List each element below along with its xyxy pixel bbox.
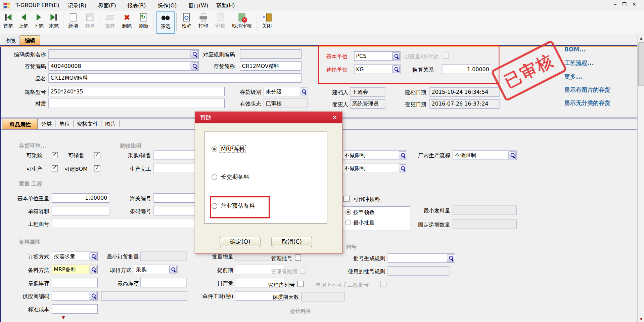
menu-help[interactable]: 帮助(H): [216, 2, 235, 9]
bomable-checkbox[interactable]: [94, 165, 100, 171]
item-short-input[interactable]: CR12MOV精料: [240, 61, 301, 71]
lookup-icon[interactable]: [191, 62, 198, 70]
lookup-icon[interactable]: [169, 266, 177, 273]
prev-record-button[interactable]: 上笔: [16, 11, 31, 33]
menu-app[interactable]: T-GROUP ERP(E): [15, 2, 59, 8]
dialog-ok-button[interactable]: 确定(Q): [220, 237, 260, 247]
link-show-unclassified[interactable]: 显示无分类的存货: [564, 99, 610, 107]
scroll-down-icon[interactable]: ▼: [638, 316, 644, 322]
option-long-lead-radio[interactable]: [212, 174, 217, 180]
lookup-icon[interactable]: [508, 151, 516, 159]
restrict-combo-2[interactable]: 不做限制: [342, 164, 407, 173]
link-show-with-images[interactable]: 显示有图片的存货: [564, 86, 610, 94]
vertical-scrollbar[interactable]: ▲ ▼: [637, 35, 644, 322]
close-form-button[interactable]: 关闭: [259, 11, 275, 33]
lookup-icon[interactable]: [392, 65, 400, 73]
level-combo[interactable]: 未分级: [264, 87, 308, 96]
product-name-input[interactable]: CR12MOV精料: [48, 73, 301, 83]
new-button[interactable]: 新增: [65, 11, 81, 33]
subtab-item-attributes[interactable]: 料品属性: [2, 119, 38, 130]
link-bom[interactable]: BOM...: [564, 46, 586, 53]
subtab-category[interactable]: 分类: [39, 119, 54, 129]
conversion-input[interactable]: 1.00000: [442, 65, 491, 74]
lookup-icon[interactable]: [392, 52, 400, 60]
trade-unit-combo[interactable]: KG: [354, 65, 400, 74]
box-volume-input[interactable]: [52, 206, 109, 215]
base-unit-combo[interactable]: PCS: [354, 51, 400, 61]
sellable-checkbox[interactable]: [94, 152, 100, 158]
menu-action[interactable]: 操作(O): [158, 2, 177, 9]
filter-button[interactable]: 筛选: [156, 11, 175, 34]
lookup-icon[interactable]: [300, 88, 307, 95]
erp-window: T-GROUP ERP(E) 记录(R) 界面(F) 报表(R) 操作(O) 窗…: [0, 0, 644, 322]
subtab-unit[interactable]: 单位: [57, 119, 72, 129]
first-record-button[interactable]: 首笔: [1, 11, 15, 33]
subtab-qualification[interactable]: 资格文件: [75, 119, 100, 129]
lookup-icon[interactable]: [399, 164, 406, 172]
backflush-checkbox[interactable]: [343, 196, 350, 202]
order-mode-combo[interactable]: 按需求量: [52, 252, 98, 261]
min-batch-radio[interactable]: [346, 219, 351, 225]
rule-code-input[interactable]: [240, 49, 301, 59]
supplier-code-combo[interactable]: [52, 291, 98, 300]
option-mrp-radio[interactable]: [212, 146, 217, 152]
menu-record[interactable]: 记录(R): [68, 2, 86, 9]
scrollbar-thumb[interactable]: [638, 42, 644, 86]
lookup-icon[interactable]: [447, 254, 454, 262]
batch-rule-combo[interactable]: [388, 253, 455, 263]
minimize-button[interactable]: –: [611, 1, 619, 8]
link-more[interactable]: 更多...: [564, 73, 583, 81]
restrict-combo-1[interactable]: 不做限制: [342, 151, 407, 160]
bomable-label: 可建BOM: [64, 165, 88, 173]
lookup-icon[interactable]: [90, 252, 97, 260]
material-input[interactable]: [48, 99, 225, 108]
drawing-no-input[interactable]: [52, 219, 199, 228]
tab-edit[interactable]: 编辑: [20, 35, 40, 46]
manage-batch-checkbox[interactable]: [295, 254, 301, 260]
dropdown-arrow-icon[interactable]: ▼: [61, 315, 65, 320]
next-record-button[interactable]: 下笔: [31, 11, 46, 33]
last-record-button[interactable]: 末笔: [46, 11, 61, 33]
tab-browse[interactable]: 浏览: [2, 36, 20, 46]
lookup-icon[interactable]: [191, 50, 198, 58]
lookup-icon[interactable]: [90, 292, 97, 299]
scroll-up-icon[interactable]: ▲: [638, 35, 644, 42]
menu-report[interactable]: 报表(R): [127, 2, 146, 9]
producible-checkbox[interactable]: [52, 165, 58, 171]
max-stock-input[interactable]: [140, 278, 186, 287]
option-long-lead-label[interactable]: 长交期备料: [221, 173, 249, 181]
min-stock-input[interactable]: [52, 278, 98, 287]
print-button[interactable]: 打印: [195, 11, 211, 33]
close-button[interactable]: ✕: [631, 1, 638, 8]
purchasable-checkbox[interactable]: [52, 152, 58, 158]
help-dialog-titlebar[interactable]: 帮助: [195, 112, 342, 123]
preview-button[interactable]: 预览: [179, 11, 194, 33]
link-process-flow[interactable]: 工艺流程...: [564, 59, 594, 67]
acquire-mode-combo[interactable]: 采购: [134, 265, 178, 274]
min-stock-label: 最低库存: [21, 280, 49, 287]
refresh-button[interactable]: ↻ 刷新: [136, 11, 151, 33]
delete-button[interactable]: ✖ 删除: [119, 11, 135, 33]
code-type-input[interactable]: [48, 49, 199, 59]
spec-input[interactable]: 250*240*35: [48, 87, 225, 96]
manage-serial-checkbox[interactable]: [297, 281, 304, 287]
conversion-label: 换算关系: [412, 66, 434, 74]
menu-view[interactable]: 界面(F): [98, 2, 116, 9]
dialog-cancel-button[interactable]: 取消(C): [272, 237, 312, 247]
cancel-audit-button[interactable]: ✕ 取消审核: [229, 11, 255, 33]
preview-icon: [179, 11, 194, 23]
by-request-radio[interactable]: [346, 209, 351, 215]
subtab-image[interactable]: 图片: [103, 119, 118, 129]
section-serial: 列号: [346, 243, 357, 251]
std-cost-input[interactable]: [52, 304, 98, 314]
restore-button[interactable]: ❐: [620, 1, 628, 8]
option-mrp-label[interactable]: MRP备料: [220, 146, 246, 153]
factory-flow-combo[interactable]: 不做限制: [453, 151, 517, 160]
dialog-close-icon[interactable]: ✕: [331, 112, 339, 123]
lookup-icon[interactable]: [90, 266, 97, 273]
item-code-input[interactable]: 400400008: [48, 61, 199, 71]
prep-method-combo[interactable]: MRP备料: [52, 265, 98, 274]
menu-window[interactable]: 窗口(W): [188, 2, 208, 9]
lookup-icon[interactable]: [399, 151, 406, 159]
base-weight-input[interactable]: 1.00000: [52, 193, 109, 203]
